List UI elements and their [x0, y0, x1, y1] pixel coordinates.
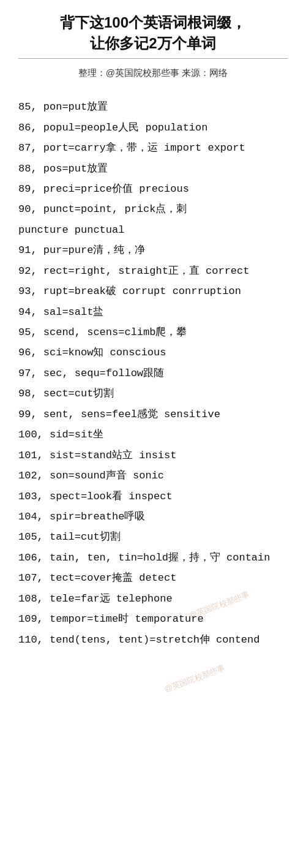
subtitle-text: 整理：@英国院校那些事 来源：网络 [78, 67, 228, 78]
main-title: 背下这100个英语词根词缀， 让你多记2万个单词 [18, 12, 288, 53]
entry-text: 110, tend(tens, tent)=stretch伸 contend [18, 634, 259, 646]
entry-85: 85, pon=put放置 [18, 97, 288, 116]
entry-96: 96, sci=know知 conscious [18, 343, 288, 362]
entry-text: 107, tect=cover掩盖 detect [18, 572, 176, 584]
entry-text: 86, popul=people人民 population [18, 122, 207, 134]
entry-86: 86, popul=people人民 population [18, 118, 288, 137]
entry-108: 108, tele=far远 telephone [18, 589, 288, 608]
entry-text: 98, sect=cut切割 [18, 388, 114, 399]
entry-98: 98, sect=cut切割 [18, 384, 288, 403]
entry-text: 87, port=carry拿，带，运 import export [18, 142, 245, 154]
entry-99: 99, sent, sens=feel感觉 sensitive [18, 405, 288, 424]
entry-106: 106, tain, ten, tin=hold握，持，守 contain [18, 548, 288, 567]
entry-110: 110, tend(tens, tent)=stretch伸 contend [18, 630, 288, 649]
entry-89: 89, preci=price价值 precious [18, 179, 288, 198]
entry-text: 104, spir=breathe呼吸 [18, 511, 145, 523]
entry-104: 104, spir=breathe呼吸 [18, 507, 288, 526]
entry-87: 87, port=carry拿，带，运 import export [18, 138, 288, 157]
entry-text: 93, rupt=break破 corrupt conrruption [18, 285, 241, 297]
entry-102: 102, son=sound声音 sonic [18, 466, 288, 485]
entry-text: 102, son=sound声音 sonic [18, 470, 164, 481]
entry-107: 107, tect=cover掩盖 detect [18, 568, 288, 587]
entry-100: 100, sid=sit坐 [18, 425, 288, 444]
entry-text: 99, sent, sens=feel感觉 sensitive [18, 409, 220, 420]
entry-text: 108, tele=far远 telephone [18, 593, 173, 605]
entry-text: 101, sist=stand站立 insist [18, 450, 176, 461]
entry-text: 109, tempor=time时 temporature [18, 613, 204, 625]
entry-text: 85, pon=put放置 [18, 101, 108, 113]
entry-95: 95, scend, scens=climb爬，攀 [18, 323, 288, 342]
entry-94: 94, sal=salt盐 [18, 303, 288, 322]
entry-93: 93, rupt=break破 corrupt conrruption [18, 282, 288, 301]
entry-text: 100, sid=sit坐 [18, 429, 103, 440]
entry-97: 97, sec, sequ=follow跟随 [18, 364, 288, 383]
entry-text: 95, scend, scens=climb爬，攀 [18, 326, 187, 338]
entry-91: 91, pur=pure清，纯，净 [18, 241, 288, 260]
entry-text: 91, pur=pure清，纯，净 [18, 244, 145, 256]
entry-103: 103, spect=look看 inspect [18, 487, 288, 506]
entry-88: 88, pos=put放置 [18, 159, 288, 178]
entry-text: 106, tain, ten, tin=hold握，持，守 contain [18, 552, 270, 564]
entry-109: 109, tempor=time时 temporature [18, 609, 288, 628]
entry-text: 105, tail=cut切割 [18, 531, 121, 543]
entry-text: 94, sal=salt盐 [18, 306, 103, 318]
subtitle: 整理：@英国院校那些事 来源：网络 [18, 67, 288, 79]
entry-text: 92, rect=right, straight正，直 correct [18, 265, 249, 277]
entry-92: 92, rect=right, straight正，直 correct [18, 262, 288, 281]
title-line1: 背下这100个英语词根词缀， [60, 14, 246, 31]
title-line2: 让你多记2万个单词 [90, 35, 215, 51]
entry-90: 90, punct=point, prick点，刺 [18, 200, 288, 219]
entry-105: 105, tail=cut切割 [18, 527, 288, 546]
entry-text: 97, sec, sequ=follow跟随 [18, 368, 164, 379]
header: 背下这100个英语词根词缀， 让你多记2万个单词 整理：@英国院校那些事 来源：… [18, 12, 288, 85]
entry-101: 101, sist=stand站立 insist [18, 446, 288, 465]
page-wrapper: 背下这100个英语词根词缀， 让你多记2万个单词 整理：@英国院校那些事 来源：… [18, 12, 288, 649]
entry-text: 89, preci=price价值 precious [18, 183, 189, 195]
entry-text: 90, punct=point, prick点，刺 [18, 203, 187, 215]
header-divider [18, 58, 288, 59]
content-list: @英国院校那些事 @英国院校那些事 85, pon=put放置 86, popu… [18, 97, 288, 649]
entry-text: 96, sci=know知 conscious [18, 347, 166, 358]
entry-90-cont: puncture punctual [18, 221, 288, 240]
entry-text: 103, spect=look看 inspect [18, 491, 173, 502]
entry-text: puncture punctual [18, 224, 124, 236]
watermark-2: @英国院校那些事 [163, 663, 226, 695]
entry-text: 88, pos=put放置 [18, 163, 108, 175]
